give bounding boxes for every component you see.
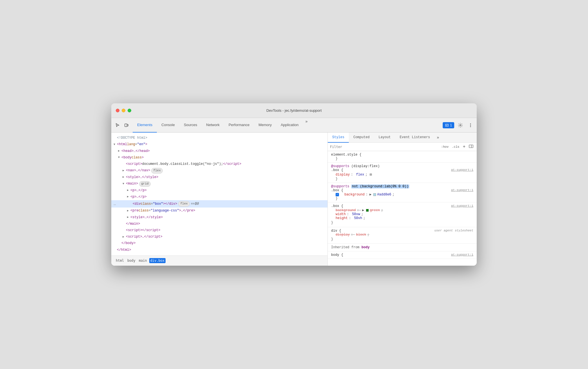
tab-console[interactable]: Console bbox=[157, 118, 179, 133]
tree-line[interactable]: </html> bbox=[111, 247, 327, 253]
highlight-text: not (background:lab(0% 0 0)) bbox=[351, 184, 409, 188]
box-rule: .box { at-support:1 background : ▶ green… bbox=[328, 202, 477, 227]
tree-line[interactable]: ▼ <html lang="en"> bbox=[111, 141, 327, 148]
tree-line[interactable]: <script>document.body.classList.toggle("… bbox=[111, 161, 327, 167]
rule-source[interactable]: at-support:1 bbox=[451, 253, 473, 256]
grid-icon[interactable]: ⊞ bbox=[370, 172, 372, 177]
toggle-sidebar-button[interactable] bbox=[468, 144, 474, 150]
tab-performance[interactable]: Performance bbox=[224, 118, 254, 133]
tree-toggle[interactable]: ▶ bbox=[118, 149, 121, 153]
selected-element[interactable]: … <div class="box"></div> flex == $0 bbox=[111, 200, 327, 208]
tab-sources[interactable]: Sources bbox=[179, 118, 202, 133]
tree-line[interactable]: ▶ <nav>…</nav> flex bbox=[111, 167, 327, 174]
tree-toggle[interactable]: ▶ bbox=[127, 215, 130, 220]
rule-source[interactable]: at-support:1 bbox=[451, 204, 473, 208]
grid-badge[interactable]: grid bbox=[139, 181, 150, 187]
breadcrumb-html[interactable]: html bbox=[115, 258, 125, 263]
tree-toggle[interactable]: ▼ bbox=[118, 155, 121, 160]
tab-computed[interactable]: Computed bbox=[349, 133, 374, 143]
tree-toggle[interactable]: ▼ bbox=[114, 142, 117, 147]
prop-display-flex: display : flex ; ⊞ bbox=[331, 172, 473, 177]
breadcrumb-divbox[interactable]: div.box bbox=[149, 258, 166, 263]
tree-line[interactable]: ▼ <body class> bbox=[111, 154, 327, 161]
tree-toggle[interactable]: ▶ bbox=[127, 195, 130, 199]
tree-toggle[interactable]: ▶ bbox=[123, 175, 126, 179]
supports-not-lab-rule: @supports not (background:lab(0% 0 0)) .… bbox=[328, 183, 477, 202]
at-rule-header: @supports (display:flex) bbox=[331, 164, 473, 168]
prop-background-green: background : ▶ green ; bbox=[331, 208, 473, 212]
elements-tree[interactable]: <!DOCTYPE html> ▼ <html lang="en"> ▶ <he… bbox=[111, 133, 327, 255]
tab-elements[interactable]: Elements bbox=[133, 118, 157, 133]
filter-actions: :hov .cls + bbox=[440, 144, 474, 150]
svg-point-2 bbox=[460, 124, 461, 126]
user-agent-label: user agent stylesheet bbox=[434, 229, 473, 232]
device-icon[interactable] bbox=[123, 121, 130, 129]
svg-point-3 bbox=[470, 123, 471, 124]
green-swatch[interactable] bbox=[366, 209, 369, 212]
prop-display-block: display : block ; bbox=[331, 233, 473, 237]
expand-dots[interactable]: … bbox=[114, 201, 119, 207]
tree-line[interactable]: ▶ <p>…</p> bbox=[111, 187, 327, 194]
cursor-icon[interactable] bbox=[114, 121, 121, 129]
filter-input[interactable] bbox=[330, 145, 438, 149]
tree-line[interactable]: ▶ <pre class="language-css">…</pre> bbox=[111, 208, 327, 214]
hov-button[interactable]: :hov bbox=[440, 145, 450, 149]
tree-line[interactable]: <!DOCTYPE html> bbox=[111, 135, 327, 141]
elements-panel: <!DOCTYPE html> ▼ <html lang="en"> ▶ <he… bbox=[111, 133, 328, 265]
rule-header: element.style { bbox=[331, 153, 473, 157]
prop-background-lab: ✓ background : ▶ #add8e6 ; bbox=[331, 192, 473, 197]
tree-toggle[interactable]: ▶ bbox=[123, 168, 126, 173]
devtools-window: DevTools - jec.fyi/demo/at-support Eleme… bbox=[111, 103, 477, 265]
toolbar-right: 1 bbox=[443, 121, 474, 129]
tree-line[interactable]: </main> bbox=[111, 221, 327, 227]
more-options-icon[interactable] bbox=[467, 121, 474, 129]
tab-network[interactable]: Network bbox=[202, 118, 224, 133]
main-content: <!DOCTYPE html> ▼ <html lang="en"> ▶ <he… bbox=[111, 133, 477, 265]
tree-line[interactable]: <script></script> bbox=[111, 227, 327, 234]
tree-toggle[interactable]: ▶ bbox=[123, 235, 126, 239]
breadcrumb-main[interactable]: main bbox=[138, 258, 148, 263]
add-rule-button[interactable]: + bbox=[462, 144, 467, 150]
prop-height: height : 50vh ; bbox=[331, 216, 473, 220]
tree-line[interactable]: ▶ <script>…</script> bbox=[111, 234, 327, 240]
tree-line[interactable]: ▶ <head>…</head> bbox=[111, 148, 327, 154]
minimize-button[interactable] bbox=[122, 109, 125, 112]
titlebar: DevTools - jec.fyi/demo/at-support bbox=[111, 103, 477, 118]
tab-application[interactable]: Application bbox=[276, 118, 303, 133]
tree-toggle[interactable]: ▶ bbox=[127, 188, 130, 193]
breadcrumb-body[interactable]: body bbox=[126, 258, 137, 263]
cls-button[interactable]: .cls bbox=[451, 145, 460, 149]
more-tabs-button[interactable]: » bbox=[303, 118, 310, 125]
tabs: Elements Console Sources Network Perform… bbox=[133, 118, 310, 133]
more-style-tabs-button[interactable]: » bbox=[435, 134, 441, 141]
rule-source[interactable]: at-support:1 bbox=[451, 188, 473, 192]
styles-tabs: Styles Computed Layout Event Listeners » bbox=[328, 133, 477, 143]
tab-styles[interactable]: Styles bbox=[328, 133, 349, 143]
close-button[interactable] bbox=[116, 109, 119, 112]
tab-event-listeners[interactable]: Event Listeners bbox=[395, 133, 435, 143]
at-rule-header: @supports not (background:lab(0% 0 0)) bbox=[331, 184, 473, 188]
tree-toggle[interactable]: ▶ bbox=[127, 209, 130, 213]
flex-badge[interactable]: flex bbox=[151, 168, 162, 174]
svg-rect-6 bbox=[469, 145, 473, 148]
prop-width: width : 50vw ; bbox=[331, 212, 473, 216]
tree-toggle[interactable]: ▼ bbox=[123, 182, 126, 186]
tab-layout[interactable]: Layout bbox=[374, 133, 395, 143]
rule-source[interactable]: at-support:1 bbox=[451, 168, 473, 172]
rule-header: .box { at-support:1 bbox=[331, 188, 473, 192]
console-badge-button[interactable]: 1 bbox=[443, 122, 454, 128]
flex-badge-div[interactable]: flex bbox=[178, 201, 189, 207]
color-swatch[interactable] bbox=[373, 193, 376, 196]
tab-memory[interactable]: Memory bbox=[254, 118, 276, 133]
user-agent-rule: div { user agent stylesheet display : bl… bbox=[328, 227, 477, 244]
tree-line[interactable]: ▶ <style>…</style> bbox=[111, 174, 327, 181]
settings-icon[interactable] bbox=[456, 121, 464, 129]
property-checkbox[interactable]: ✓ bbox=[336, 193, 339, 196]
tree-line[interactable]: ▼ <main> grid bbox=[111, 181, 327, 187]
tree-line[interactable]: ▶ <style>…</style> bbox=[111, 214, 327, 221]
tree-line[interactable]: </body> bbox=[111, 240, 327, 247]
supports-flex-rule: @supports (display:flex) .box { at-suppo… bbox=[328, 163, 477, 183]
maximize-button[interactable] bbox=[128, 109, 131, 112]
breadcrumb: html body main div.box bbox=[111, 256, 327, 266]
tree-line[interactable]: ▶ <p>…</p> bbox=[111, 194, 327, 200]
